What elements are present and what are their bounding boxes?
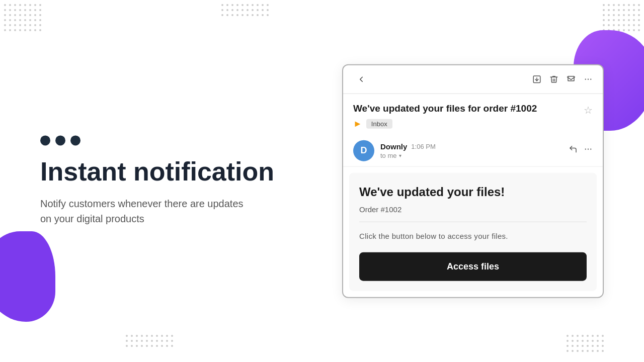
email-subject-section: We've updated your files for order #1002… (343, 94, 603, 135)
more-options-icon[interactable] (584, 75, 593, 84)
inbox-tag[interactable]: Inbox (366, 119, 392, 128)
more-icon-sender[interactable] (584, 145, 593, 156)
back-button[interactable] (353, 71, 369, 87)
sender-name: Downly (380, 142, 407, 150)
blob-left-decoration (0, 231, 55, 322)
slide-dot-3[interactable] (70, 135, 80, 145)
slide-dot-1[interactable] (40, 135, 50, 145)
slide-dot-2[interactable] (55, 135, 65, 145)
reply-icon[interactable] (569, 145, 578, 156)
email-body-title: We've updated your files! (359, 185, 587, 199)
sender-row: D Downly 1:06 PM to me ▾ (343, 135, 603, 166)
sender-to-row: to me ▾ (380, 151, 569, 159)
sender-avatar: D (353, 140, 374, 161)
email-toolbar (343, 65, 603, 94)
dots-bottom-right (567, 335, 604, 352)
to-label: to me (380, 151, 397, 159)
dots-top-center (221, 4, 269, 16)
subject-left: We've updated your files for order #1002… (353, 102, 584, 129)
slide-indicator (40, 135, 282, 145)
delete-icon[interactable] (549, 75, 558, 84)
svg-point-4 (590, 79, 591, 80)
email-instruction-text: Click the button below to access your fi… (359, 230, 587, 242)
dots-top-right (603, 4, 640, 31)
svg-point-6 (588, 149, 589, 150)
chevron-down-icon[interactable]: ▾ (399, 152, 401, 158)
mark-icon[interactable] (567, 75, 576, 84)
download-icon[interactable] (532, 75, 541, 84)
subject-tags: ► Inbox (353, 118, 584, 129)
sender-actions (569, 145, 593, 156)
dots-top-left (4, 4, 41, 31)
star-icon[interactable]: ☆ (584, 104, 593, 116)
left-content-panel: Instant notification Notify customers wh… (40, 135, 282, 226)
email-order-number: Order #1002 (359, 205, 587, 222)
tag-arrow-icon: ► (353, 118, 362, 129)
sender-info: Downly 1:06 PM to me ▾ (380, 142, 569, 159)
svg-point-7 (590, 149, 591, 150)
sub-text: Notify customers whenever there are upda… (40, 197, 252, 227)
toolbar-icons (532, 75, 593, 84)
svg-point-3 (588, 79, 589, 80)
sender-name-row: Downly 1:06 PM (380, 142, 569, 150)
main-heading: Instant notification (40, 157, 282, 186)
email-mockup: We've updated your files for order #1002… (342, 64, 604, 298)
svg-point-2 (585, 79, 586, 80)
svg-point-5 (585, 149, 586, 150)
email-subject-title: We've updated your files for order #1002 (353, 102, 584, 116)
access-files-button[interactable]: Access files (359, 252, 587, 281)
dots-bottom-left (126, 335, 173, 347)
sender-time: 1:06 PM (411, 142, 435, 150)
email-body: We've updated your files! Order #1002 Cl… (349, 172, 597, 291)
